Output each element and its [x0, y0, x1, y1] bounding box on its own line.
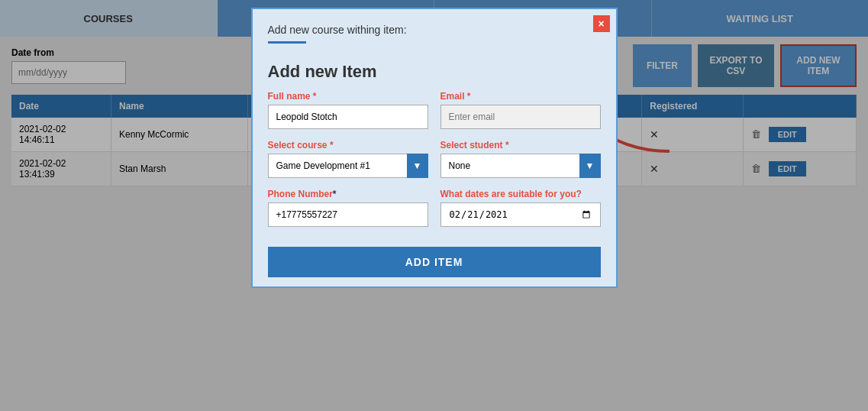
modal-close-button[interactable]: ×: [593, 15, 610, 32]
modal-footer: ADD ITEM: [253, 238, 616, 286]
modal-body: Add new Item Full name * Email *: [253, 50, 616, 238]
modal-header-title: Add new course withing item:: [268, 24, 407, 36]
modal-header-underline: [268, 41, 306, 44]
student-select[interactable]: None: [440, 154, 601, 178]
fullname-label: Full name *: [268, 91, 428, 102]
email-input[interactable]: [440, 105, 601, 129]
phone-input[interactable]: [268, 202, 428, 227]
fullname-input[interactable]: [268, 105, 428, 129]
student-label: Select student *: [440, 140, 601, 150]
form-row-phone-dates: Phone Number* What dates are suitable fo…: [268, 189, 601, 227]
form-group-dates: What dates are suitable for you?: [440, 189, 601, 227]
modal-body-title: Add new Item: [268, 62, 601, 82]
form-group-course: Select course * Game Development #1 ▼: [268, 140, 428, 178]
add-item-button[interactable]: ADD ITEM: [268, 247, 601, 277]
form-row-course-student: Select course * Game Development #1 ▼ Se…: [268, 140, 601, 178]
course-label: Select course *: [268, 140, 428, 150]
form-row-name-email: Full name * Email *: [268, 91, 601, 129]
phone-label: Phone Number*: [268, 189, 428, 199]
modal-overlay: × Add new course withing item: Add new I…: [0, 0, 868, 411]
form-group-email: Email *: [440, 91, 601, 129]
form-group-student: Select student * None ▼: [440, 140, 601, 178]
dates-label: What dates are suitable for you?: [440, 189, 601, 199]
form-group-phone: Phone Number*: [268, 189, 428, 227]
course-select[interactable]: Game Development #1: [268, 154, 428, 178]
form-group-fullname: Full name *: [268, 91, 428, 129]
email-label: Email *: [440, 91, 601, 102]
modal-header: Add new course withing item:: [253, 9, 616, 50]
student-select-wrapper: None ▼: [440, 154, 601, 178]
modal-dialog: × Add new course withing item: Add new I…: [251, 8, 618, 288]
dates-input[interactable]: [440, 202, 601, 227]
course-select-wrapper: Game Development #1 ▼: [268, 154, 428, 178]
